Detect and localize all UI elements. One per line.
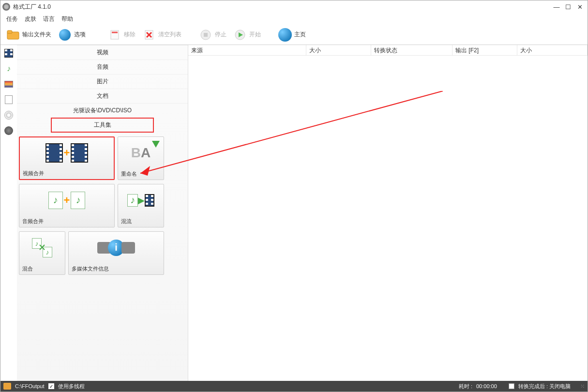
multithread-label: 使用多线程	[58, 383, 85, 390]
svg-rect-8	[204, 33, 208, 37]
video-tab-icon[interactable]	[3, 48, 14, 59]
col-output[interactable]: 输出 [F2]	[452, 45, 517, 55]
output-folder-button[interactable]: 输出文件夹	[3, 27, 54, 43]
side-tools[interactable]: 工具集	[51, 118, 154, 133]
tile-label: 混合	[19, 263, 65, 274]
toolbar: 输出文件夹 选项 移除 清空列表 停止 开始 主页	[0, 25, 588, 45]
media-info-icon: i	[69, 232, 164, 263]
clear-button[interactable]: 清空列表	[139, 27, 184, 43]
tile-label: 多媒体文件信息	[69, 263, 164, 274]
minimize-button[interactable]: —	[551, 2, 562, 12]
side-optical[interactable]: 光驱设备\DVD\CD\ISO	[17, 103, 188, 118]
tools-tab-icon[interactable]	[3, 125, 14, 136]
audio-merge-icon: ♪+♪	[19, 184, 114, 216]
mux-icon: ♪▶	[118, 184, 164, 216]
shutdown-checkbox[interactable]	[509, 383, 514, 389]
folder-icon	[6, 28, 20, 42]
tile-label: 视频合并	[20, 168, 114, 179]
status-bar: C:\FFOutput ✓ 使用多线程 耗时 : 00:00:00 转换完成后 …	[0, 381, 588, 392]
tile-media-info[interactable]: i 多媒体文件信息	[68, 231, 164, 275]
multithread-checkbox[interactable]: ✓	[48, 383, 54, 389]
start-button[interactable]: 开始	[230, 27, 264, 43]
close-button[interactable]: ✕	[574, 2, 586, 12]
col-size2[interactable]: 大小	[517, 45, 588, 55]
options-icon	[58, 28, 72, 42]
menubar: 任务 皮肤 语言 帮助	[0, 13, 588, 25]
tile-mix[interactable]: ♪♪ 混合	[19, 231, 65, 275]
tile-video-merge[interactable]: + 视频合并	[19, 136, 115, 180]
table-header: 来源 大小 转换状态 输出 [F2] 大小	[188, 45, 588, 56]
output-path[interactable]: C:\FFOutput	[15, 383, 45, 389]
tile-label: 音频合并	[19, 216, 114, 227]
app-icon	[2, 3, 10, 11]
tile-mux[interactable]: ♪▶ 混流	[118, 184, 164, 227]
resize-grip[interactable]: ⁙	[580, 383, 585, 390]
menu-help[interactable]: 帮助	[61, 15, 73, 23]
disc-tab-icon[interactable]	[3, 110, 14, 121]
home-icon	[278, 28, 292, 42]
maximize-button[interactable]: ☐	[562, 2, 574, 12]
doc-tab-icon[interactable]	[3, 94, 14, 105]
start-icon	[233, 28, 247, 42]
app-title: 格式工厂 4.1.0	[13, 3, 51, 11]
clear-icon	[142, 28, 156, 42]
rename-icon: BA	[118, 137, 164, 168]
tool-grid: + 视频合并 BA 重命名 ♪+♪ 音频合并 ♪▶ 混流	[17, 133, 188, 275]
after-label: 转换完成后 : 关闭电脑	[518, 383, 571, 390]
audio-tab-icon[interactable]: ♪	[3, 63, 14, 74]
content-area: 来源 大小 转换状态 输出 [F2] 大小	[188, 45, 588, 382]
col-size[interactable]: 大小	[306, 45, 371, 55]
video-merge-icon: +	[20, 137, 114, 168]
home-button[interactable]: 主页	[275, 27, 309, 43]
side-image[interactable]: 图片	[17, 74, 188, 89]
sidebar: 视频 音频 图片 文档 光驱设备\DVD\CD\ISO 工具集 + 视频合并 B…	[17, 45, 188, 382]
tile-rename[interactable]: BA 重命名	[118, 136, 164, 180]
image-tab-icon[interactable]	[3, 79, 14, 90]
menu-task[interactable]: 任务	[6, 15, 18, 23]
remove-button[interactable]: 移除	[105, 27, 138, 43]
options-button[interactable]: 选项	[55, 27, 89, 43]
left-icon-bar: ♪	[0, 45, 17, 382]
status-folder-icon[interactable]	[3, 383, 11, 390]
side-video[interactable]: 视频	[17, 45, 188, 60]
remove-icon	[108, 28, 121, 42]
svg-rect-1	[7, 30, 12, 33]
menu-lang[interactable]: 语言	[43, 15, 55, 23]
col-state[interactable]: 转换状态	[371, 45, 452, 55]
tile-audio-merge[interactable]: ♪+♪ 音频合并	[19, 184, 115, 227]
titlebar: 格式工厂 4.1.0 — ☐ ✕	[0, 0, 588, 13]
stop-button[interactable]: 停止	[196, 27, 229, 43]
side-doc[interactable]: 文档	[17, 89, 188, 103]
menu-skin[interactable]: 皮肤	[25, 15, 36, 23]
elapsed-label: 耗时 :	[459, 383, 472, 390]
side-audio[interactable]: 音频	[17, 60, 188, 74]
tile-label: 重命名	[118, 168, 164, 180]
elapsed-time: 00:00:00	[476, 383, 497, 389]
table-body[interactable]	[188, 56, 588, 382]
col-source[interactable]: 来源	[188, 45, 306, 55]
stop-icon	[199, 28, 212, 42]
mix-icon: ♪♪	[19, 232, 65, 263]
tile-label: 混流	[118, 216, 164, 227]
